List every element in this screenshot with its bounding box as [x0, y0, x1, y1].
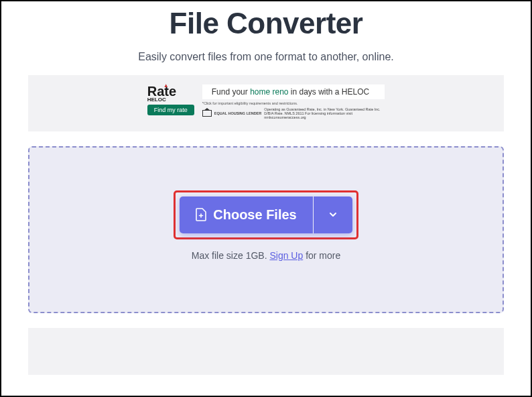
page-title: File Converter: [170, 7, 363, 40]
choose-files-dropdown-button[interactable]: [314, 196, 352, 233]
chevron-down-icon: [328, 210, 338, 219]
file-add-icon: [196, 208, 206, 221]
bottom-ad-block: [28, 328, 504, 375]
highlighted-button-group: Choose Files: [174, 190, 358, 239]
file-size-info: Max file size 1GB. Sign Up for more: [192, 250, 341, 261]
ad-headline-prefix: Fund your: [212, 87, 250, 97]
max-prefix: Max file size 1GB.: [192, 250, 270, 261]
ad-banner: Rate HELOC Find my rate Fund your home r…: [28, 75, 504, 131]
ad-headline-highlight: home reno: [250, 87, 288, 97]
equal-housing-icon: [202, 110, 212, 117]
choose-files-label: Choose Files: [213, 207, 296, 223]
ad-logo-text: Rate: [147, 84, 176, 98]
dropzone[interactable]: Choose Files Max file size 1GB. Sign Up …: [28, 146, 504, 313]
ad-headline: Fund your home reno in days with a HELOC: [202, 84, 385, 99]
ad-disclaimer-1: *Click for important eligibility require…: [202, 101, 360, 106]
ad-lender-label: EQUAL HOUSING LENDER: [214, 111, 262, 115]
ad-lender-text: Operating as Guaranteed Rate, Inc. in Ne…: [264, 107, 385, 119]
page-subtitle: Easily convert files from one format to …: [138, 51, 394, 63]
choose-files-button[interactable]: Choose Files: [180, 196, 312, 233]
ad-cta-button[interactable]: Find my rate: [147, 105, 194, 115]
ad-headline-suffix: in days with a HELOC: [289, 87, 370, 97]
ad-logo-block: Rate HELOC Find my rate: [147, 84, 194, 115]
max-suffix: for more: [303, 250, 340, 261]
sign-up-link[interactable]: Sign Up: [269, 250, 303, 261]
